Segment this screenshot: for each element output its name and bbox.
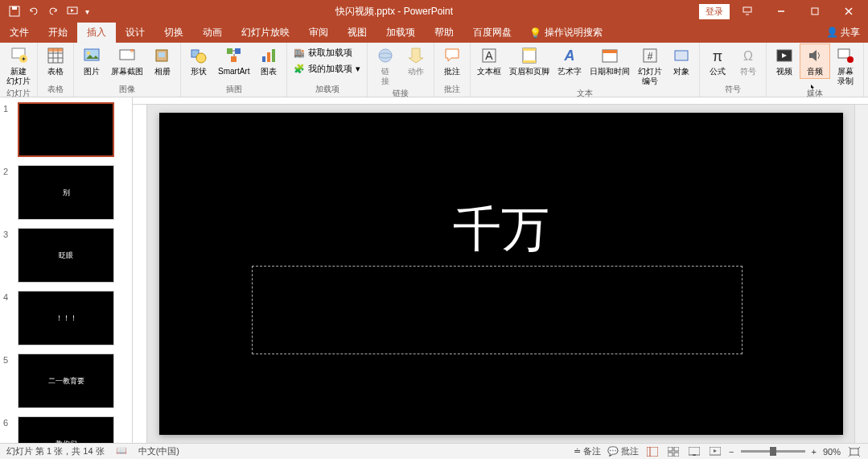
picture-button[interactable]: 图片	[77, 44, 106, 78]
thumbnail-3[interactable]: 3眨眼	[0, 226, 132, 284]
object-button[interactable]: 对象	[667, 44, 696, 78]
svg-text:π: π	[713, 48, 722, 64]
new-slide-button[interactable]: ✦ 新建幻灯片	[3, 44, 34, 88]
ribbon-group-symbols: π公式 Ω符号 符号	[700, 43, 767, 97]
ribbon-group-addins: 🏬获取加载项 🧩我的加载项 ▾ 加载项	[287, 43, 368, 97]
tab-加载项[interactable]: 加载项	[376, 23, 425, 43]
svg-point-18	[87, 52, 90, 55]
vertical-scrollbar[interactable]	[854, 105, 868, 443]
normal-view-button[interactable]	[645, 445, 660, 458]
share-button[interactable]: 👤 共享	[826, 26, 860, 39]
ribbon-group-images: 图片 +屏幕截图 相册 图像	[74, 43, 181, 97]
svg-point-25	[196, 53, 206, 63]
screenshot-button[interactable]: +屏幕截图	[108, 44, 146, 78]
thumbnail-1[interactable]: 1	[0, 101, 132, 159]
smartart-button[interactable]: SmartArt	[215, 44, 253, 78]
thumb-number: 1	[3, 102, 18, 157]
canvas-area[interactable]: 千万	[147, 105, 854, 443]
slide-canvas[interactable]: 千万	[159, 113, 843, 435]
spellcheck-button[interactable]: 📖	[116, 445, 127, 457]
comment-button[interactable]: 批注	[438, 44, 467, 78]
slideshow-button[interactable]	[708, 445, 722, 458]
svg-text:+: +	[130, 48, 134, 53]
slide-thumbnails-panel[interactable]: 12别3眨眼4！！！5二一教育要6教你们7	[0, 97, 133, 443]
link-icon	[376, 46, 395, 65]
save-button[interactable]	[6, 3, 23, 19]
slide-counter[interactable]: 幻灯片 第 1 张，共 14 张	[6, 445, 105, 457]
zoom-level[interactable]: 90%	[823, 447, 841, 457]
tab-帮助[interactable]: 帮助	[425, 23, 463, 43]
new-slide-icon: ✦	[9, 46, 28, 65]
table-button[interactable]: 表格	[41, 44, 70, 78]
thumbnail-5[interactable]: 5二一教育要	[0, 352, 132, 410]
thumbnail-4[interactable]: 4！！！	[0, 289, 132, 347]
slide-title-text[interactable]: 千万	[159, 197, 843, 263]
tell-me-search[interactable]: 💡 操作说明搜索	[529, 26, 603, 39]
header-footer-button[interactable]: 页眉和页脚	[506, 44, 553, 78]
link-button[interactable]: 链接	[371, 44, 400, 88]
svg-rect-61	[850, 449, 858, 455]
reading-view-button[interactable]	[687, 445, 701, 458]
addins-icon: 🧩	[294, 64, 305, 74]
zoom-out-button[interactable]: −	[729, 447, 734, 457]
thumb-preview: 教你们	[18, 416, 114, 443]
redo-button[interactable]	[45, 3, 61, 19]
tab-幻灯片放映[interactable]: 幻灯片放映	[232, 23, 299, 43]
audio-button[interactable]: 音频	[800, 44, 829, 78]
textbox-button[interactable]: A文本框	[474, 44, 504, 78]
equation-button[interactable]: π公式	[703, 44, 732, 78]
tab-插入[interactable]: 插入	[77, 23, 116, 43]
datetime-icon	[600, 46, 619, 65]
maximize-button[interactable]	[799, 2, 831, 21]
tab-开始[interactable]: 开始	[39, 23, 77, 43]
chart-button[interactable]: 图表	[254, 44, 283, 78]
my-addins-button[interactable]: 🧩我的加载项 ▾	[290, 60, 364, 76]
thumbnail-6[interactable]: 6教你们	[0, 415, 132, 443]
tab-设计[interactable]: 设计	[116, 23, 154, 43]
table-icon	[46, 46, 65, 65]
thumb-number: 3	[3, 228, 18, 283]
textbox-icon: A	[479, 46, 499, 65]
tab-动画[interactable]: 动画	[193, 23, 232, 43]
tab-切换[interactable]: 切换	[154, 23, 193, 43]
wordart-button[interactable]: A艺术字	[554, 44, 585, 78]
content-placeholder[interactable]	[252, 266, 743, 354]
window-controls: 登录	[699, 2, 868, 21]
symbol-icon: Ω	[738, 46, 758, 65]
slidenum-icon: #	[640, 46, 660, 65]
close-button[interactable]	[833, 2, 865, 21]
notes-button[interactable]: ≐ 备注	[574, 445, 601, 457]
picture-icon	[82, 46, 101, 65]
get-addins-button[interactable]: 🏬获取加载项	[290, 44, 364, 60]
tab-视图[interactable]: 视图	[338, 23, 376, 43]
symbol-button[interactable]: Ω符号	[734, 44, 763, 78]
zoom-in-button[interactable]: +	[812, 447, 817, 457]
shapes-button[interactable]: 形状	[184, 44, 213, 78]
shapes-icon	[189, 46, 208, 65]
photo-album-button[interactable]: 相册	[148, 44, 177, 78]
fit-to-window-button[interactable]	[847, 445, 862, 458]
login-button[interactable]: 登录	[699, 4, 730, 19]
tab-审阅[interactable]: 审阅	[299, 23, 338, 43]
ribbon-options-button[interactable]	[731, 2, 763, 21]
video-icon	[775, 46, 794, 65]
svg-point-51	[847, 56, 854, 63]
language-label[interactable]: 中文(中国)	[138, 445, 179, 457]
video-button[interactable]: 视频	[770, 44, 799, 78]
tab-文件[interactable]: 文件	[0, 23, 39, 43]
comments-button[interactable]: 💬 批注	[607, 445, 639, 457]
thumbnail-2[interactable]: 2别	[0, 163, 132, 221]
action-button[interactable]: 动作	[401, 44, 430, 78]
datetime-button[interactable]: 日期和时间	[586, 44, 633, 78]
svg-text:#: #	[648, 51, 653, 62]
slide-sorter-button[interactable]	[666, 445, 681, 458]
minimize-button[interactable]	[765, 2, 797, 21]
zoom-slider[interactable]	[741, 450, 805, 453]
tab-百度网盘[interactable]: 百度网盘	[463, 23, 521, 43]
screen-recording-button[interactable]: 屏幕录制	[831, 44, 860, 88]
undo-button[interactable]	[26, 3, 42, 19]
thumb-number: 4	[3, 291, 18, 345]
tell-me-label: 操作说明搜索	[545, 26, 603, 39]
slidenum-button[interactable]: #幻灯片编号	[635, 44, 665, 88]
start-slideshow-button[interactable]	[64, 3, 80, 19]
